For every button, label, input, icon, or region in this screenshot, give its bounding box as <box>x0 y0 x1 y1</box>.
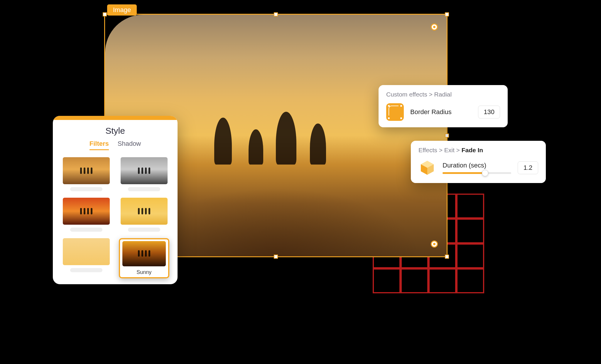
resize-handle-tm[interactable] <box>274 12 278 16</box>
border-radius-icon <box>386 103 404 121</box>
cube-icon <box>418 159 436 177</box>
filter-label-placeholder <box>70 228 102 232</box>
filter-label-placeholder <box>70 187 102 191</box>
filter-option[interactable] <box>61 157 112 191</box>
tab-shadow[interactable]: Shadow <box>118 140 141 150</box>
resize-handle-br[interactable] <box>445 255 449 259</box>
filter-option[interactable] <box>119 157 170 191</box>
resize-handle-tl[interactable] <box>103 12 107 16</box>
image-content <box>214 118 232 165</box>
filter-label-placeholder <box>128 187 160 191</box>
style-tabs: Filters Shadow <box>53 140 178 150</box>
resize-handle-bm[interactable] <box>274 255 278 259</box>
breadcrumb-current: Radial <box>434 91 452 98</box>
tab-filters[interactable]: Filters <box>90 140 109 150</box>
resize-handle-mr[interactable] <box>445 133 449 138</box>
filter-option-selected[interactable]: Sunny <box>119 238 170 278</box>
breadcrumb-prefix: Effects > Exit > <box>418 147 462 153</box>
filter-grid: Sunny <box>53 157 178 278</box>
filter-option[interactable] <box>61 238 112 278</box>
element-type-label: Image <box>107 4 137 16</box>
radius-handle-icon[interactable] <box>431 23 438 31</box>
style-panel: Style Filters Shadow Sunny <box>53 116 178 284</box>
style-panel-accent <box>53 116 178 120</box>
image-content <box>310 123 326 165</box>
breadcrumb: Effects > Exit > Fade In <box>418 147 538 154</box>
resize-handle-tr[interactable] <box>445 12 449 16</box>
slider-thumb[interactable] <box>482 170 488 176</box>
duration-input[interactable]: 1.2 <box>518 161 538 174</box>
border-radius-card: Custom effects > Radial Border Radius 13… <box>379 85 508 127</box>
effects-card: Effects > Exit > Fade In Duration (secs)… <box>411 141 546 183</box>
image-content <box>276 112 296 165</box>
duration-slider[interactable] <box>443 172 511 174</box>
filter-option[interactable] <box>61 198 112 232</box>
filter-label-placeholder <box>70 268 102 272</box>
border-radius-input[interactable]: 130 <box>478 106 500 118</box>
duration-label: Duration (secs) <box>443 162 511 169</box>
breadcrumb-current: Fade In <box>462 147 483 153</box>
breadcrumb-prefix: Custom effects > <box>386 91 434 98</box>
style-panel-title: Style <box>53 120 178 140</box>
filter-name: Sunny <box>136 269 151 275</box>
filter-label-placeholder <box>128 228 160 232</box>
breadcrumb: Custom effects > Radial <box>386 91 500 98</box>
image-content <box>249 129 263 165</box>
border-radius-label: Border Radius <box>410 108 472 116</box>
filter-option[interactable] <box>119 198 170 232</box>
radius-handle-icon[interactable] <box>431 241 438 248</box>
